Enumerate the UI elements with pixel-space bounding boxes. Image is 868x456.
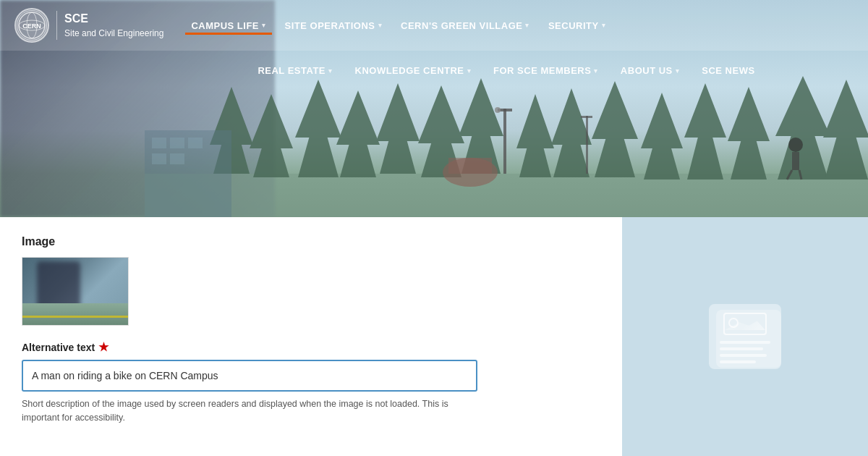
- svg-rect-45: [792, 152, 799, 170]
- logo-area[interactable]: CERN SCE Site and Civil Engineering: [14, 8, 163, 43]
- svg-rect-37: [152, 138, 166, 148]
- image-section-label: Image: [22, 235, 600, 248]
- nav-item-real-estate[interactable]: REAL ESTATE ▾: [252, 62, 338, 80]
- chevron-down-icon: ▾: [594, 67, 598, 75]
- chevron-down-icon: ▾: [262, 22, 266, 29]
- svg-point-49: [19, 20, 45, 30]
- doc-line-3: [720, 354, 767, 357]
- image-thumbnail: [22, 257, 129, 326]
- image-document-icon: [698, 297, 792, 376]
- svg-rect-40: [152, 153, 166, 164]
- nav-top-bar: CERN SCE Site and Civil Engineering CAMP…: [0, 0, 868, 51]
- thumbnail-inner: [22, 258, 128, 325]
- nav-item-green-village[interactable]: CERN'S GREEN VILLAGE ▾: [395, 17, 535, 35]
- svg-marker-4: [250, 94, 293, 148]
- chevron-down-icon: ▾: [328, 67, 333, 75]
- form-section: Image Alternative text ★ Short descripti…: [0, 217, 622, 456]
- svg-point-50: [27, 12, 37, 38]
- svg-rect-31: [503, 109, 506, 174]
- doc-line-4: [720, 360, 756, 363]
- svg-rect-34: [586, 116, 588, 174]
- svg-text:CERN: CERN: [22, 22, 41, 30]
- svg-marker-16: [516, 94, 554, 148]
- chevron-down-icon: ▾: [378, 22, 383, 29]
- svg-point-48: [19, 12, 45, 38]
- landscape-svg: [145, 72, 868, 217]
- image-placeholder-icon: [723, 313, 767, 335]
- doc-line-2: [720, 347, 763, 350]
- nav-bottom-bar: REAL ESTATE ▾ KNOWLEDGE CENTRE ▾ FOR SCE…: [0, 51, 868, 90]
- thumbnail-road-line: [22, 316, 128, 318]
- svg-rect-39: [188, 138, 203, 148]
- nav-row1: CAMPUS LIFE ▾ SITE OPERATIONS ▾ CERN'S G…: [185, 17, 611, 35]
- svg-rect-43: [448, 158, 492, 174]
- chevron-down-icon: ▾: [602, 22, 606, 29]
- chevron-down-icon: ▾: [467, 67, 472, 75]
- header: CERN SCE Site and Civil Engineering CAMP…: [0, 0, 868, 217]
- svg-rect-35: [581, 116, 592, 118]
- logo-divider: [56, 11, 57, 40]
- svg-marker-10: [376, 83, 420, 141]
- nav-item-sce-news[interactable]: SCE NEWS: [696, 62, 760, 80]
- nav-item-campus-life[interactable]: CAMPUS LIFE ▾: [185, 17, 271, 35]
- nav-item-security[interactable]: SECURITY ▾: [542, 17, 611, 35]
- required-indicator: ★: [98, 340, 109, 354]
- front-document: [709, 304, 781, 369]
- svg-marker-8: [336, 90, 380, 145]
- svg-rect-0: [145, 174, 868, 217]
- chevron-down-icon: ▾: [676, 67, 680, 75]
- svg-point-33: [495, 107, 501, 113]
- svg-rect-41: [170, 153, 184, 164]
- nav-item-sce-members[interactable]: FOR SCE MEMBERS ▾: [488, 62, 604, 80]
- nav-item-knowledge-centre[interactable]: KNOWLEDGE CENTRE ▾: [349, 62, 477, 80]
- svg-point-44: [788, 138, 803, 152]
- nav-item-site-operations[interactable]: SITE OPERATIONS ▾: [279, 17, 388, 35]
- sidebar-section: [622, 217, 868, 456]
- document-lines: [720, 341, 770, 363]
- doc-line-1: [720, 341, 770, 344]
- thumbnail-road: [22, 303, 128, 325]
- main-content: Image Alternative text ★ Short descripti…: [0, 217, 868, 456]
- logo-text: SCE Site and Civil Engineering: [64, 11, 163, 39]
- svg-marker-26: [728, 87, 770, 141]
- svg-rect-38: [170, 138, 184, 148]
- chevron-down-icon: ▾: [525, 22, 529, 29]
- alt-text-input[interactable]: [22, 360, 477, 392]
- svg-marker-12: [418, 85, 464, 143]
- alt-text-label: Alternative text ★: [22, 340, 600, 354]
- svg-marker-24: [684, 83, 726, 138]
- svg-marker-22: [641, 93, 683, 148]
- nav-item-about-us[interactable]: ABOUT US ▾: [615, 62, 685, 80]
- cern-logo: CERN: [14, 8, 49, 43]
- helper-text: Short description of the image used by s…: [22, 397, 477, 425]
